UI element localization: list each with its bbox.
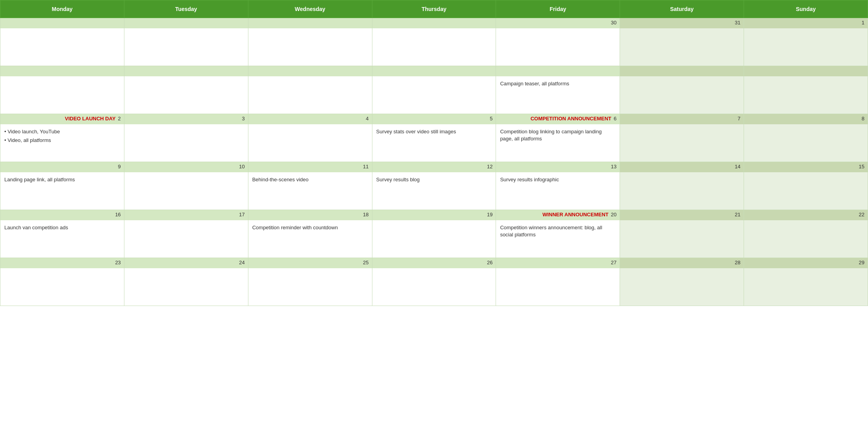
- date-number: 27: [496, 258, 620, 268]
- date-number: [248, 66, 372, 76]
- date-number: 18: [248, 210, 372, 220]
- date-label: COMPETITION ANNOUNCEMENT: [531, 116, 611, 122]
- cell-content: [496, 268, 620, 306]
- date-number: 25: [248, 258, 372, 268]
- calendar-cell: [124, 66, 248, 114]
- date-number: 7: [620, 114, 744, 124]
- cell-content: [744, 76, 868, 114]
- column-header-friday: Friday: [496, 0, 620, 18]
- column-header-monday: Monday: [0, 0, 124, 18]
- calendar-cell: WINNER ANNOUNCEMENT20Competition winners…: [496, 210, 620, 258]
- calendar-cell: [620, 66, 744, 114]
- calendar-row: VIDEO LAUNCH DAY2Video launch, YouTubeVi…: [0, 114, 868, 162]
- calendar-cell: 5Survey stats over video still images: [372, 114, 496, 162]
- cell-content: [248, 268, 372, 306]
- date-number: [372, 18, 496, 28]
- calendar-cell: 16Launch van competition ads: [0, 210, 124, 258]
- cell-content: Behind-the-scenes video: [248, 172, 372, 210]
- cell-content: [744, 268, 868, 306]
- calendar-cell: Campaign teaser, all platforms: [496, 66, 620, 114]
- calendar-table: MondayTuesdayWednesdayThursdayFridaySatu…: [0, 0, 868, 306]
- calendar-cell: [744, 66, 868, 114]
- calendar-cell: [0, 66, 124, 114]
- date-number: 15: [744, 162, 868, 172]
- date-number: 30: [496, 18, 620, 28]
- calendar-cell: [372, 66, 496, 114]
- calendar-cell: 9Landing page link, all platforms: [0, 162, 124, 210]
- cell-content: [248, 124, 372, 162]
- calendar-cell: [124, 18, 248, 66]
- column-header-wednesday: Wednesday: [248, 0, 372, 18]
- calendar-cell: 3: [124, 114, 248, 162]
- date-number: [620, 66, 744, 76]
- cell-content: [372, 268, 496, 306]
- date-number: 9: [0, 162, 124, 172]
- cell-content: [248, 76, 372, 114]
- cell-content: [248, 28, 372, 66]
- date-number: 21: [620, 210, 744, 220]
- cell-content: Landing page link, all platforms: [0, 172, 124, 210]
- calendar-cell: 15: [744, 162, 868, 210]
- cell-content: [744, 124, 868, 162]
- cell-content: Competition reminder with countdown: [248, 220, 372, 258]
- calendar-cell: [372, 18, 496, 66]
- calendar-cell: 28: [620, 258, 744, 306]
- cell-content: [744, 172, 868, 210]
- date-number: 5: [372, 114, 496, 124]
- date-number: 29: [744, 258, 868, 268]
- column-header-saturday: Saturday: [620, 0, 744, 18]
- cell-content: [620, 28, 744, 66]
- calendar-cell: 26: [372, 258, 496, 306]
- cell-content: [744, 28, 868, 66]
- date-number: 28: [620, 258, 744, 268]
- cell-content: [620, 268, 744, 306]
- date-number: 24: [124, 258, 248, 268]
- date-label: WINNER ANNOUNCEMENT: [542, 212, 609, 217]
- date-number: [744, 66, 868, 76]
- calendar-row: Campaign teaser, all platforms: [0, 66, 868, 114]
- calendar-cell: COMPETITION ANNOUNCEMENT6Competition blo…: [496, 114, 620, 162]
- cell-content: [620, 124, 744, 162]
- calendar-cell: 10: [124, 162, 248, 210]
- cell-content: Video launch, YouTubeVideo, all platform…: [0, 124, 124, 162]
- cell-content: Competition blog linking to campaign lan…: [496, 124, 620, 162]
- calendar-row: 30311: [0, 18, 868, 66]
- calendar-cell: 30: [496, 18, 620, 66]
- calendar-cell: 21: [620, 210, 744, 258]
- cell-content: [372, 28, 496, 66]
- cell-content: [124, 172, 248, 210]
- date-number: 23: [0, 258, 124, 268]
- calendar-cell: 4: [248, 114, 372, 162]
- calendar-cell: [248, 66, 372, 114]
- date-number: 11: [248, 162, 372, 172]
- calendar-cell: VIDEO LAUNCH DAY2Video launch, YouTubeVi…: [0, 114, 124, 162]
- calendar-cell: 14: [620, 162, 744, 210]
- cell-content: [620, 172, 744, 210]
- date-number: [496, 66, 620, 76]
- cell-content: [124, 28, 248, 66]
- date-number: 1: [744, 18, 868, 28]
- date-number: 3: [124, 114, 248, 124]
- calendar-cell: 25: [248, 258, 372, 306]
- date-number: 10: [124, 162, 248, 172]
- date-number: COMPETITION ANNOUNCEMENT6: [496, 114, 620, 124]
- calendar-cell: 1: [744, 18, 868, 66]
- cell-content: [124, 76, 248, 114]
- date-number: [248, 18, 372, 28]
- date-number: 22: [744, 210, 868, 220]
- cell-content: [124, 124, 248, 162]
- calendar-cell: 29: [744, 258, 868, 306]
- date-number: 8: [744, 114, 868, 124]
- calendar-row: 23242526272829: [0, 258, 868, 306]
- date-number: 14: [620, 162, 744, 172]
- calendar-row: 16Launch van competition ads1718Competit…: [0, 210, 868, 258]
- cell-content: [372, 220, 496, 258]
- date-number: [0, 66, 124, 76]
- cell-content: [0, 28, 124, 66]
- cell-content: [124, 220, 248, 258]
- date-number: [372, 66, 496, 76]
- date-number: [124, 18, 248, 28]
- cell-content: Survey results blog: [372, 172, 496, 210]
- date-number: 31: [620, 18, 744, 28]
- calendar-cell: 23: [0, 258, 124, 306]
